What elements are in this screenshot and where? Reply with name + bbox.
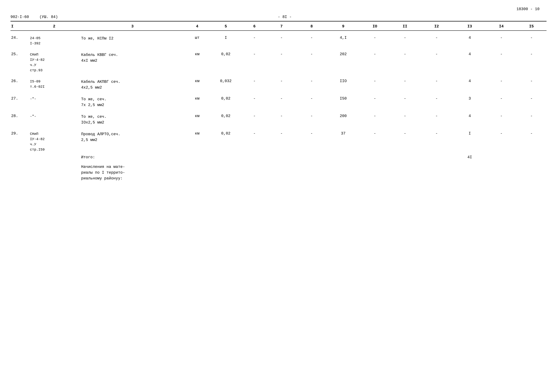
cell-5-7: -: [266, 109, 296, 126]
note-text: Начисления на мате- риалы по I террито- …: [80, 161, 185, 182]
itogo-cell-2: [28, 153, 80, 161]
itogo-cell-15: [516, 153, 547, 161]
itogo-cell-9: [327, 153, 360, 161]
cell-4-12: -: [420, 91, 453, 109]
itogo-cell-1: [10, 153, 28, 161]
cell-3-6: -: [242, 74, 267, 91]
cell-2-3: Кабель КВВГ сеч. 4хI мм2: [80, 47, 185, 74]
table-row: 28.-"-То же, сеч. IOх2,5 мм2км0,02---200…: [10, 109, 547, 126]
note-cell-8: [297, 161, 327, 182]
note-cell-14: [486, 161, 516, 182]
note-cell-10: [360, 161, 390, 182]
cell-3-10: -: [360, 74, 390, 91]
cell-4-7: -: [266, 91, 296, 109]
cell-1-10: -: [360, 31, 390, 47]
cell-6-5: 0,02: [209, 126, 242, 153]
col-header-6: 6: [242, 23, 267, 31]
col-header-15: I5: [516, 23, 547, 31]
note-cell-7: [266, 161, 296, 182]
cell-1-12: -: [420, 31, 453, 47]
cell-3-1: 26.: [10, 74, 28, 91]
cell-5-12: -: [420, 109, 453, 126]
cell-4-11: -: [390, 91, 420, 109]
itogo-cell-11: [390, 153, 420, 161]
note-cell-1: [10, 161, 28, 182]
cell-1-4: шт: [185, 31, 209, 47]
col-header-7: 7: [266, 23, 296, 31]
cell-2-12: -: [420, 47, 453, 74]
note-cell-11: [390, 161, 420, 182]
cell-2-11: -: [390, 47, 420, 74]
cell-4-13: 3: [453, 91, 486, 109]
main-table: I 2 3 4 5 6 7 8 9 IO II I2 I3 I4 I5 24.2…: [10, 23, 547, 182]
doc-number: 902-I-60: [10, 15, 29, 19]
itogo-cell-4: [185, 153, 209, 161]
cell-1-6: -: [242, 31, 267, 47]
cell-6-10: -: [360, 126, 390, 153]
cell-3-14: -: [486, 74, 516, 91]
col-header-3: 3: [80, 23, 185, 31]
itogo-cell-7: [266, 153, 296, 161]
cell-3-3: Кабель АКПВГ сеч. 4х2,5 мм2: [80, 74, 185, 91]
itogo-row: Итого:4I: [10, 153, 547, 161]
cell-3-2: I5-09 т.6-02I: [28, 74, 80, 91]
cell-2-5: 0,02: [209, 47, 242, 74]
cell-6-15: -: [516, 126, 547, 153]
col-header-1: I: [10, 23, 28, 31]
cell-2-6: -: [242, 47, 267, 74]
page-label: - 8I -: [58, 15, 512, 19]
cell-4-8: -: [297, 91, 327, 109]
cell-5-14: -: [486, 109, 516, 126]
cell-5-6: -: [242, 109, 267, 126]
cell-1-7: -: [266, 31, 296, 47]
ush-ref: (УШ. 84): [40, 15, 58, 19]
table-row: 25.СНиП IУ-4-82 ч.У стр.93Кабель КВВГ се…: [10, 47, 547, 74]
table-row: 29.СНиП IУ-4-82 ч.У стр.I59Провод АЛРТО,…: [10, 126, 547, 153]
itogo-value: 4I: [453, 153, 486, 161]
col-header-14: I4: [486, 23, 516, 31]
col-header-10: IO: [360, 23, 390, 31]
cell-1-1: 24.: [10, 31, 28, 47]
cell-5-5: 0,02: [209, 109, 242, 126]
cell-3-12: -: [420, 74, 453, 91]
note-cell-15: [516, 161, 547, 182]
cell-1-9: 4,I: [327, 31, 360, 47]
itogo-cell-5: [209, 153, 242, 161]
itogo-cell-8: [297, 153, 327, 161]
cell-2-14: -: [486, 47, 516, 74]
cell-6-12: -: [420, 126, 453, 153]
cell-1-2: 24-05 I-392: [28, 31, 80, 47]
cell-4-14: -: [486, 91, 516, 109]
cell-4-15: -: [516, 91, 547, 109]
cell-2-7: -: [266, 47, 296, 74]
cell-2-1: 25.: [10, 47, 28, 74]
cell-1-8: -: [297, 31, 327, 47]
cell-3-9: IIO: [327, 74, 360, 91]
col-header-9: 9: [327, 23, 360, 31]
col-header-13: I3: [453, 23, 486, 31]
table-row: 26.I5-09 т.6-02IКабель АКПВГ сеч. 4х2,5 …: [10, 74, 547, 91]
cell-1-3: То же, КСПм I2: [80, 31, 185, 47]
cell-6-13: I: [453, 126, 486, 153]
cell-2-15: -: [516, 47, 547, 74]
cell-4-3: То же, сеч. 7х 2,5 мм2: [80, 91, 185, 109]
cell-5-1: 28.: [10, 109, 28, 126]
cell-2-8: -: [297, 47, 327, 74]
cell-6-9: 37: [327, 126, 360, 153]
itogo-cell-10: [360, 153, 390, 161]
cell-5-11: -: [390, 109, 420, 126]
cell-3-11: -: [390, 74, 420, 91]
cell-4-5: 0,02: [209, 91, 242, 109]
cell-1-14: -: [486, 31, 516, 47]
note-cell-9: [327, 161, 360, 182]
itogo-cell-14: [486, 153, 516, 161]
cell-2-10: -: [360, 47, 390, 74]
column-headers-row: I 2 3 4 5 6 7 8 9 IO II I2 I3 I4 I5: [10, 23, 547, 31]
cell-1-5: I: [209, 31, 242, 47]
note-cell-4: [185, 161, 209, 182]
cell-6-11: -: [390, 126, 420, 153]
header-line: 902-I-60 (УШ. 84) - 8I -: [10, 15, 547, 19]
cell-2-4: км: [185, 47, 209, 74]
table-row: 27.-"-То же, сеч. 7х 2,5 мм2км0,02---I50…: [10, 91, 547, 109]
cell-4-10: -: [360, 91, 390, 109]
